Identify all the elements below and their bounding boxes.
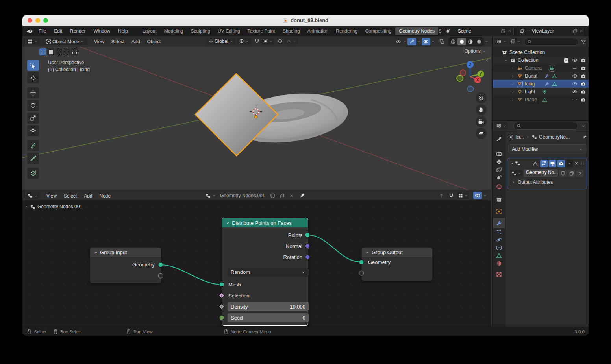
options-dropdown[interactable]: Options	[465, 48, 486, 54]
collection-checkbox[interactable]: ✓	[564, 58, 568, 63]
pin-icon[interactable]	[582, 135, 587, 140]
fake-user-button[interactable]	[559, 170, 567, 177]
tool-transform[interactable]	[27, 125, 39, 136]
hide-eye-icon[interactable]	[572, 73, 578, 79]
node-distribute-header[interactable]: Distribute Points on Faces	[222, 218, 308, 227]
scene-name[interactable]: Scene	[458, 28, 499, 34]
select-mode-extend[interactable]	[47, 48, 54, 55]
unlink-node-group-button[interactable]	[576, 170, 584, 177]
new-view-layer-icon[interactable]	[572, 28, 578, 33]
active-camera-badge[interactable]	[549, 65, 555, 72]
modifier-panel-header[interactable]	[507, 158, 587, 168]
view-layer-name[interactable]: ViewLayer	[532, 28, 571, 34]
menu-help[interactable]: Help	[114, 28, 132, 34]
ortho-toggle-button[interactable]	[476, 128, 487, 139]
output-attributes-section[interactable]: Output Attributes	[507, 178, 587, 187]
chevron-down-icon[interactable]	[581, 124, 585, 128]
collapse-chevron-icon[interactable]	[365, 250, 370, 255]
viewport-menu-select[interactable]: Select	[108, 39, 128, 44]
node-group-output-header[interactable]: Group Output	[362, 248, 432, 257]
viewport-3d[interactable]: Z Y X + − Options User Perspective (1) C…	[22, 47, 491, 190]
collapse-chevron-icon[interactable]	[226, 221, 230, 225]
viewport-menu-add[interactable]: Add	[128, 39, 143, 44]
node-tree-name-field[interactable]: Geometry Nodes.001	[218, 193, 267, 198]
socket-groupinput-virtual[interactable]	[158, 273, 163, 279]
remove-modifier-icon[interactable]	[574, 161, 579, 166]
disclosure-icon[interactable]	[511, 74, 515, 78]
copy-node-tree-button[interactable]	[278, 192, 286, 200]
zoom-view-button[interactable]	[476, 92, 487, 103]
menu-file[interactable]: File	[35, 28, 50, 34]
tool-scale[interactable]	[27, 113, 39, 124]
node-group-input[interactable]: Group Input Geometry	[90, 247, 161, 283]
outliner-display-mode[interactable]	[495, 38, 508, 45]
proportional-edit-toggle[interactable]	[276, 37, 285, 45]
disclosure-open-icon[interactable]	[504, 58, 508, 62]
parent-tree-button[interactable]	[437, 192, 446, 199]
menu-window[interactable]: Window	[89, 28, 114, 34]
chevron-down-icon[interactable]	[431, 40, 435, 44]
socket-seed-in[interactable]	[219, 315, 224, 320]
mode-dropdown[interactable]: Object Mode	[43, 38, 87, 45]
remove-view-layer-icon[interactable]	[579, 29, 583, 33]
editor-type-button[interactable]	[26, 38, 40, 45]
outliner-row-light[interactable]: Light	[493, 88, 589, 96]
viewport-display-toggle[interactable]	[549, 160, 556, 167]
outliner-search-input[interactable]	[524, 38, 578, 46]
socket-mesh-in[interactable]	[219, 282, 224, 287]
expand-chevron-icon[interactable]	[509, 161, 514, 166]
axis-neg-x-ball[interactable]	[460, 70, 466, 76]
shading-solid-button[interactable]	[457, 38, 466, 45]
tool-cursor[interactable]	[27, 72, 39, 83]
sidebar-collapse-icon[interactable]	[485, 58, 489, 63]
tool-annotate[interactable]	[27, 140, 39, 151]
falloff-dropdown[interactable]	[285, 38, 298, 44]
snap-toggle[interactable]	[253, 37, 261, 45]
unlink-scene-icon[interactable]	[507, 29, 512, 33]
hidden-eye-closed-icon[interactable]	[572, 97, 578, 102]
tool-select-box[interactable]	[27, 60, 39, 71]
menu-render[interactable]: Render	[66, 28, 89, 34]
visibility-dropdown[interactable]	[394, 38, 407, 45]
realtime-edit-toggle[interactable]	[540, 160, 548, 167]
workspace-tab-shading[interactable]: Shading	[279, 27, 304, 35]
drag-grip-icon[interactable]	[580, 161, 585, 166]
hidden-eye-closed-icon[interactable]	[572, 65, 578, 71]
breadcrumb-data[interactable]: GeometryNo...	[539, 134, 580, 140]
outliner-row-plane[interactable]: Plane	[493, 96, 589, 103]
socket-points-out[interactable]	[305, 233, 310, 238]
workspace-tab-uv-editing[interactable]: UV Editing	[214, 27, 244, 35]
workspace-tab-texture-paint[interactable]: Texture Paint	[244, 27, 279, 35]
disclosure-icon[interactable]	[511, 66, 515, 70]
tool-move[interactable]	[27, 87, 39, 98]
chevron-down-icon[interactable]	[417, 40, 421, 44]
axis-neg-y-ball[interactable]	[457, 75, 463, 81]
node-group-name-field[interactable]: Geometry No...	[524, 169, 558, 177]
properties-search-input[interactable]	[513, 122, 578, 130]
socket-groupoutput-geometry-in[interactable]	[359, 260, 364, 265]
shading-rendered-button[interactable]	[475, 38, 483, 45]
axis-neg-z-ball[interactable]	[468, 86, 474, 92]
viewport-menu-view[interactable]: View	[91, 39, 108, 44]
add-modifier-dropdown[interactable]: Add Modifier	[508, 144, 586, 153]
render-camera-icon[interactable]	[581, 97, 586, 102]
render-camera-icon[interactable]	[581, 74, 586, 79]
tab-collection[interactable]	[493, 194, 505, 205]
tab-material[interactable]	[493, 258, 505, 268]
filter-funnel-icon[interactable]	[581, 39, 586, 44]
render-camera-icon[interactable]	[581, 66, 586, 71]
workspace-tab-layout[interactable]: Layout	[139, 27, 160, 35]
pin-icon[interactable]	[300, 193, 305, 198]
outliner-row-scene-collection[interactable]: Scene Collection	[493, 48, 589, 56]
view-layer-selector[interactable]: ViewLayer	[518, 27, 585, 35]
density-field[interactable]: Density 10.000	[228, 302, 309, 311]
tool-rotate[interactable]	[27, 100, 39, 111]
select-mode-difference[interactable]: −	[63, 48, 70, 55]
node-menu-node[interactable]: Node	[96, 193, 115, 199]
select-mode-subtract[interactable]: +	[55, 48, 62, 55]
modifier-extras-dropdown[interactable]	[566, 160, 573, 167]
chevron-down-icon[interactable]	[483, 194, 487, 198]
shading-material-button[interactable]	[466, 38, 475, 45]
outliner-row-icing-selected[interactable]: Icing	[493, 80, 589, 88]
outliner-row-donut[interactable]: Donut	[493, 72, 589, 80]
